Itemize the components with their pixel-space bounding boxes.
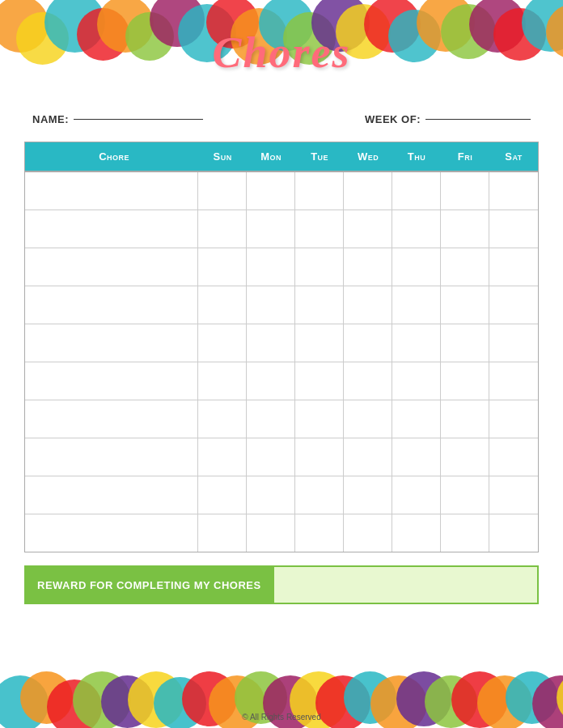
day-cell[interactable] xyxy=(198,438,247,476)
day-cell[interactable] xyxy=(489,362,538,400)
day-cell[interactable] xyxy=(344,210,392,248)
day-cell[interactable] xyxy=(392,362,441,400)
day-cell[interactable] xyxy=(489,172,538,210)
day-cell[interactable] xyxy=(441,324,489,362)
day-cell[interactable] xyxy=(441,476,489,514)
day-cell[interactable] xyxy=(247,362,295,400)
day-cell[interactable] xyxy=(198,286,247,324)
day-cell[interactable] xyxy=(392,324,441,362)
day-cell[interactable] xyxy=(489,438,538,476)
day-cell[interactable] xyxy=(392,248,441,286)
day-cell[interactable] xyxy=(441,362,489,400)
day-cell[interactable] xyxy=(247,476,295,514)
day-cell[interactable] xyxy=(392,210,441,248)
day-cell[interactable] xyxy=(489,248,538,286)
day-cell[interactable] xyxy=(489,476,538,514)
table-header: ChoreSunMonTueWedThuFriSat xyxy=(25,142,538,172)
th-mon: Mon xyxy=(247,142,295,171)
chore-cell[interactable] xyxy=(25,362,198,400)
day-cell[interactable] xyxy=(247,324,295,362)
chore-cell[interactable] xyxy=(25,172,198,210)
day-cell[interactable] xyxy=(489,400,538,438)
day-cell[interactable] xyxy=(295,324,344,362)
day-cell[interactable] xyxy=(489,210,538,248)
day-cell[interactable] xyxy=(489,286,538,324)
day-cell[interactable] xyxy=(198,362,247,400)
day-cell[interactable] xyxy=(392,172,441,210)
day-cell[interactable] xyxy=(247,172,295,210)
table-row xyxy=(25,210,538,248)
day-cell[interactable] xyxy=(344,476,392,514)
day-cell[interactable] xyxy=(344,286,392,324)
day-cell[interactable] xyxy=(441,210,489,248)
day-cell[interactable] xyxy=(247,286,295,324)
table-row xyxy=(25,476,538,514)
day-cell[interactable] xyxy=(392,286,441,324)
day-cell[interactable] xyxy=(441,438,489,476)
day-cell[interactable] xyxy=(441,248,489,286)
day-cell[interactable] xyxy=(198,248,247,286)
day-cell[interactable] xyxy=(392,438,441,476)
day-cell[interactable] xyxy=(198,210,247,248)
day-cell[interactable] xyxy=(198,172,247,210)
day-cell[interactable] xyxy=(247,248,295,286)
name-label: Name: xyxy=(32,113,69,125)
day-cell[interactable] xyxy=(247,438,295,476)
day-cell[interactable] xyxy=(344,438,392,476)
day-cell[interactable] xyxy=(489,324,538,362)
day-cell[interactable] xyxy=(247,210,295,248)
day-cell[interactable] xyxy=(198,400,247,438)
day-cell[interactable] xyxy=(344,514,392,552)
day-cell[interactable] xyxy=(247,514,295,552)
title-area: Chores xyxy=(0,0,563,105)
chores-table: ChoreSunMonTueWedThuFriSat xyxy=(24,142,539,552)
day-cell[interactable] xyxy=(441,172,489,210)
day-cell[interactable] xyxy=(295,286,344,324)
th-sun: Sun xyxy=(198,142,247,171)
th-tue: Tue xyxy=(295,142,344,171)
day-cell[interactable] xyxy=(344,324,392,362)
chore-cell[interactable] xyxy=(25,476,198,514)
day-cell[interactable] xyxy=(392,400,441,438)
th-chore: Chore xyxy=(25,142,198,171)
week-of-line xyxy=(425,119,531,120)
day-cell[interactable] xyxy=(295,514,344,552)
day-cell[interactable] xyxy=(489,514,538,552)
day-cell[interactable] xyxy=(392,476,441,514)
chore-cell[interactable] xyxy=(25,210,198,248)
chore-cell[interactable] xyxy=(25,400,198,438)
day-cell[interactable] xyxy=(295,400,344,438)
chore-cell[interactable] xyxy=(25,514,198,552)
reward-input[interactable] xyxy=(273,567,537,603)
day-cell[interactable] xyxy=(441,514,489,552)
day-cell[interactable] xyxy=(247,400,295,438)
day-cell[interactable] xyxy=(441,400,489,438)
day-cell[interactable] xyxy=(295,248,344,286)
th-sat: Sat xyxy=(489,142,538,171)
day-cell[interactable] xyxy=(295,438,344,476)
chore-cell[interactable] xyxy=(25,438,198,476)
chore-cell[interactable] xyxy=(25,324,198,362)
chore-cell[interactable] xyxy=(25,286,198,324)
day-cell[interactable] xyxy=(441,286,489,324)
week-of-label: Week Of: xyxy=(365,113,421,125)
day-cell[interactable] xyxy=(198,476,247,514)
chore-cell[interactable] xyxy=(25,248,198,286)
day-cell[interactable] xyxy=(198,514,247,552)
bottom-banner: © All Rights Reserved xyxy=(0,667,563,728)
day-cell[interactable] xyxy=(392,514,441,552)
day-cell[interactable] xyxy=(295,210,344,248)
day-cell[interactable] xyxy=(344,248,392,286)
table-row xyxy=(25,286,538,324)
table-row xyxy=(25,514,538,552)
day-cell[interactable] xyxy=(344,362,392,400)
day-cell[interactable] xyxy=(295,172,344,210)
reward-section: Reward for Completing My Chores xyxy=(24,565,539,604)
fields-row: Name: Week Of: xyxy=(0,105,563,133)
day-cell[interactable] xyxy=(344,172,392,210)
day-cell[interactable] xyxy=(344,400,392,438)
day-cell[interactable] xyxy=(198,324,247,362)
day-cell[interactable] xyxy=(295,362,344,400)
table-row xyxy=(25,248,538,286)
day-cell[interactable] xyxy=(295,476,344,514)
